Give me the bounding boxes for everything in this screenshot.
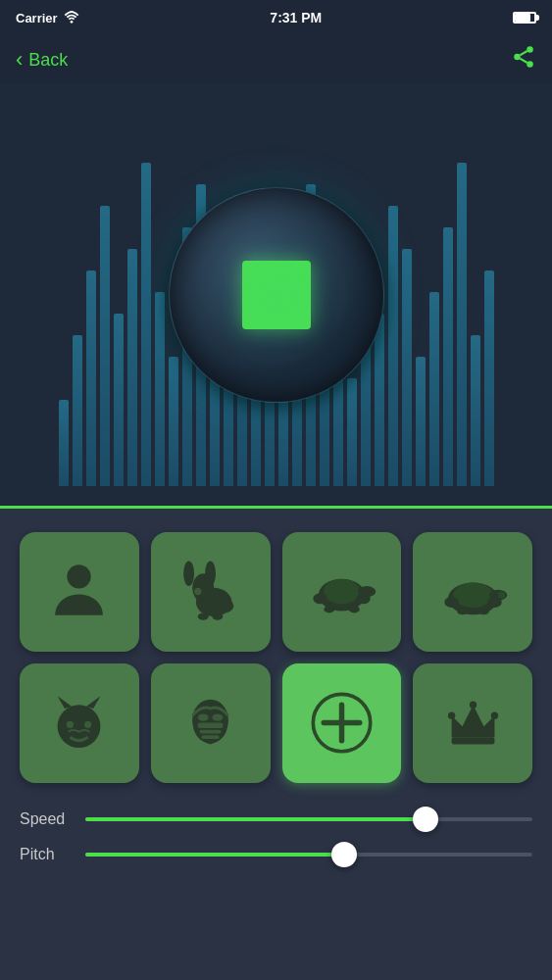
turtle-icon [306,556,377,627]
svg-point-43 [469,702,476,709]
back-button[interactable]: ‹ Back [16,49,68,71]
svg-point-45 [490,712,497,719]
pitch-slider-thumb[interactable] [331,842,357,867]
character-add[interactable] [282,663,402,783]
svg-point-29 [498,592,505,599]
svg-point-13 [198,613,209,620]
back-label: Back [28,50,68,71]
eq-bar [471,335,480,486]
svg-point-6 [68,564,91,588]
eq-bar [402,249,412,486]
svg-rect-36 [201,735,219,739]
speed-slider-row: Speed [20,810,532,828]
character-turtle[interactable] [282,532,402,652]
eq-bar [457,163,467,486]
svg-point-12 [216,599,233,613]
svg-point-26 [478,608,489,614]
svg-point-10 [205,562,216,587]
svg-point-44 [448,712,455,719]
svg-rect-34 [198,723,224,728]
character-normal[interactable] [20,532,139,652]
carrier-info: Carrier [16,10,79,26]
speed-slider-fill [85,817,426,821]
slow-turtle-icon [437,556,509,627]
svg-point-20 [324,606,334,612]
svg-point-9 [183,562,194,587]
svg-point-23 [453,583,492,609]
controls-section: Speed Pitch [0,509,552,901]
character-devil[interactable] [20,663,139,783]
svg-point-31 [67,721,74,728]
character-slow-turtle[interactable] [413,532,532,652]
svg-point-3 [527,61,533,68]
svg-point-2 [514,54,521,61]
eq-bar [429,292,439,486]
eq-bar [141,163,151,486]
darth-icon [175,687,246,759]
speed-label: Speed [20,810,74,828]
svg-rect-35 [200,730,222,734]
svg-point-18 [313,594,327,605]
time-display: 7:31 PM [270,10,322,25]
svg-point-19 [349,606,360,612]
eq-bar [443,227,453,486]
visualizer-section [0,84,552,506]
carrier-label: Carrier [16,11,58,25]
pitch-slider-track[interactable] [85,853,532,857]
eq-bar [73,335,82,486]
svg-rect-42 [451,737,494,744]
nav-bar: ‹ Back [0,35,552,84]
status-bar: Carrier 7:31 PM [0,0,552,35]
svg-point-37 [198,713,209,720]
eq-bar [86,270,96,486]
svg-point-32 [84,721,91,728]
speed-slider-thumb[interactable] [413,807,438,832]
play-button-container [169,187,384,403]
wifi-icon [64,10,79,26]
svg-point-0 [70,21,73,24]
circle-glow [159,177,394,413]
eq-bar [127,249,137,486]
eq-bar [484,270,494,486]
svg-point-21 [358,586,376,597]
share-icon [511,44,536,70]
eq-bar [114,314,124,486]
speed-slider-track[interactable] [85,817,532,821]
eq-bar [59,400,69,486]
pitch-slider-row: Pitch [20,846,532,863]
back-chevron-icon: ‹ [16,49,23,71]
person-icon [43,556,115,627]
devil-icon [43,687,115,759]
character-crown[interactable] [413,663,532,783]
eq-bar [100,206,110,486]
pitch-label: Pitch [20,846,74,863]
svg-point-38 [212,713,223,720]
svg-line-5 [520,51,527,55]
svg-point-16 [324,579,360,605]
rabbit-icon [175,556,246,627]
battery-area [513,12,536,24]
svg-point-25 [457,608,468,614]
add-icon [306,687,377,759]
pitch-slider-fill [85,853,344,857]
svg-line-4 [520,59,527,63]
character-darth[interactable] [151,663,271,783]
svg-point-11 [194,588,201,595]
svg-point-14 [212,613,223,620]
character-grid [20,532,532,783]
svg-point-24 [444,597,459,608]
share-button[interactable] [511,44,536,75]
crown-icon [437,687,509,759]
eq-bar [416,357,426,486]
eq-bar [388,206,398,486]
battery-icon [513,12,536,24]
svg-point-1 [527,46,533,53]
character-rabbit[interactable] [151,532,271,652]
